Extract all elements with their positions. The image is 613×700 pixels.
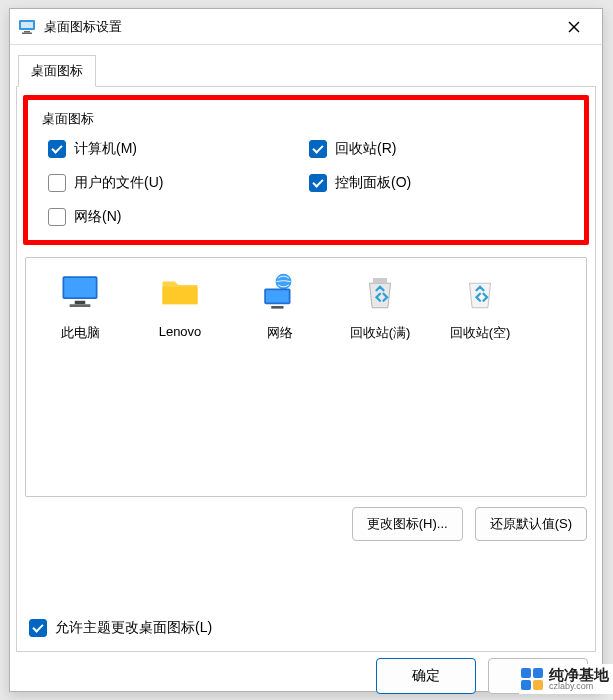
watermark-text-block: 纯净基地 czlaby.com [549,667,609,691]
checkbox-computer: 计算机(M) [48,140,309,158]
svg-rect-12 [266,290,289,302]
icon-label: 回收站(空) [430,324,530,342]
checkbox-label: 计算机(M) [74,140,137,158]
checkbox-grid: 计算机(M) 回收站(R) 用户的文件(U) 控制面板(O) 网络(N) [42,140,570,226]
svg-rect-3 [22,32,32,34]
preview-icon-recycle-bin-full[interactable]: 回收站(满) [330,268,430,342]
desktop-icon-settings-dialog: 桌面图标设置 桌面图标 桌面图标 计算机(M) 回收站(R) [9,8,603,692]
icon-label: Lenovo [130,324,230,339]
ok-button[interactable]: 确定 [376,658,476,694]
recycle-bin-empty-icon [456,268,504,316]
checkbox-input-theme[interactable] [29,619,47,637]
close-button[interactable] [554,13,594,41]
tab-desktop-icons[interactable]: 桌面图标 [18,55,96,87]
window-title: 桌面图标设置 [44,18,554,36]
icon-label: 此电脑 [30,324,130,342]
checkbox-recycle-bin: 回收站(R) [309,140,570,158]
svg-rect-18 [533,680,543,690]
svg-rect-17 [521,680,531,690]
icon-preview-box: 此电脑 Lenovo [25,257,587,497]
preview-buttons: 更改图标(H)... 还原默认值(S) [25,507,587,541]
checkbox-label: 回收站(R) [335,140,396,158]
svg-rect-8 [75,301,86,305]
icon-label: 网络 [230,324,330,342]
watermark-url: czlaby.com [549,682,609,691]
titlebar: 桌面图标设置 [10,9,602,45]
button-label: 确定 [412,667,440,685]
recycle-bin-full-icon [356,268,404,316]
preview-icon-network[interactable]: 网络 [230,268,330,342]
restore-defaults-button[interactable]: 还原默认值(S) [475,507,587,541]
svg-rect-13 [271,306,283,309]
checkbox-input-network[interactable] [48,208,66,226]
folder-icon [156,268,204,316]
svg-rect-1 [21,22,33,28]
monitor-icon [56,268,104,316]
checkbox-label: 允许主题更改桌面图标(L) [55,619,212,637]
checkbox-input-user-files[interactable] [48,174,66,192]
desktop-icons-group: 桌面图标 计算机(M) 回收站(R) 用户的文件(U) 控制面板(O) [23,95,589,245]
tab-content: 桌面图标 计算机(M) 回收站(R) 用户的文件(U) 控制面板(O) [16,86,596,652]
svg-rect-7 [64,278,96,297]
theme-checkbox-row: 允许主题更改桌面图标(L) [29,619,212,637]
checkbox-user-files: 用户的文件(U) [48,174,309,192]
checkbox-control-panel: 控制面板(O) [309,174,570,192]
watermark: 纯净基地 czlaby.com [519,664,613,694]
group-title: 桌面图标 [42,110,570,128]
checkbox-input-computer[interactable] [48,140,66,158]
dialog-buttons: 确定 取消 [10,658,602,700]
change-icon-button[interactable]: 更改图标(H)... [352,507,463,541]
watermark-name: 纯净基地 [549,667,609,682]
preview-icon-this-pc[interactable]: 此电脑 [30,268,130,342]
svg-rect-15 [521,668,531,678]
checkbox-input-control-panel[interactable] [309,174,327,192]
button-label: 更改图标(H)... [367,515,448,533]
checkbox-label: 控制面板(O) [335,174,411,192]
tab-label: 桌面图标 [31,63,83,78]
svg-rect-14 [373,278,387,283]
checkbox-network: 网络(N) [48,208,309,226]
preview-icon-recycle-bin-empty[interactable]: 回收站(空) [430,268,530,342]
window-icon [18,18,36,36]
svg-rect-16 [533,668,543,678]
preview-icon-user-folder[interactable]: Lenovo [130,268,230,339]
network-icon [256,268,304,316]
svg-rect-9 [70,304,91,307]
checkbox-input-recycle-bin[interactable] [309,140,327,158]
checkbox-label: 用户的文件(U) [74,174,163,192]
svg-rect-2 [24,31,30,33]
watermark-logo-icon [519,666,545,692]
button-label: 还原默认值(S) [490,515,572,533]
tab-strip: 桌面图标 [10,45,602,87]
icon-label: 回收站(满) [330,324,430,342]
checkbox-label: 网络(N) [74,208,121,226]
